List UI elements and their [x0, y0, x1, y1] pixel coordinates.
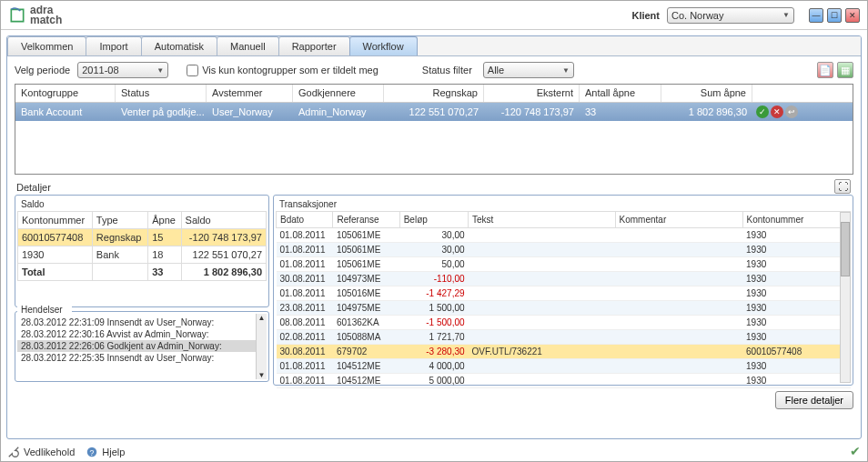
export-pdf-button[interactable]: 📄 — [817, 62, 833, 78]
hendelser-item[interactable]: 28.03.2012 22:26:06 Godkjent av Admin_No… — [17, 340, 256, 352]
trans-col-belop[interactable]: Beløp — [399, 212, 468, 228]
grid-row-selected[interactable]: Bank Account Venter på godkje... User_No… — [15, 103, 853, 121]
status-filter-select[interactable]: Alle ▼ — [483, 62, 574, 78]
trans-cell: 01.08.2011 — [277, 359, 333, 374]
trans-row[interactable]: 01.08.2011104512ME5 000,001930 — [277, 374, 851, 388]
approve-icon[interactable]: ✓ — [756, 105, 769, 118]
saldo-cell: 60010577408 — [18, 229, 93, 246]
back-icon[interactable]: ↩ — [785, 105, 798, 118]
trans-row[interactable]: 30.08.2011679702-3 280,30OVF.UTL/7362216… — [277, 345, 851, 359]
trans-cell — [615, 228, 742, 243]
trans-cell — [469, 228, 616, 243]
trans-row[interactable]: 01.08.2011105016ME-1 427,291930 — [277, 286, 851, 301]
saldo-col-apne[interactable]: Åpne — [148, 212, 181, 229]
maximize-button[interactable]: ☐ — [827, 8, 842, 23]
trans-cell — [615, 257, 742, 272]
trans-col-kommentar[interactable]: Kommentar — [615, 212, 742, 228]
col-sum-apne[interactable]: Sum åpne — [661, 85, 752, 102]
kontogruppe-grid: Kontogruppe Status Avstemmer Godkjennere… — [15, 84, 853, 175]
saldo-cell — [92, 264, 147, 281]
export-excel-button[interactable]: ▦ — [837, 62, 853, 78]
trans-cell: -1 500,00 — [399, 316, 468, 330]
hjelp-link[interactable]: ? Hjelp — [86, 446, 125, 458]
close-button[interactable]: ✕ — [845, 8, 860, 23]
hendelser-list[interactable]: 28.03.2012 22:31:09 Innsendt av User_Nor… — [17, 316, 256, 364]
trans-cell: 5 000,00 — [399, 374, 468, 388]
cell-avstemmer: User_Norway — [207, 105, 293, 119]
vis-kun-label: Vis kun kontogrupper som er tildelt meg — [202, 65, 378, 75]
trans-col-bdato[interactable]: Bdato — [277, 212, 333, 228]
vis-kun-checkbox[interactable] — [187, 65, 198, 76]
hendelser-item[interactable]: 28.03.2012 22:30:16 Avvist av Admin_Norw… — [17, 328, 256, 340]
tab-rapporter[interactable]: Rapporter — [278, 36, 350, 55]
trans-scrollbar[interactable] — [840, 212, 851, 383]
trans-cell: 30.08.2011 — [277, 345, 333, 359]
trans-row[interactable]: 08.08.2011601362KA-1 500,001930 — [277, 316, 851, 330]
trans-cell: 105088MA — [333, 330, 399, 345]
trans-col-ref[interactable]: Referanse — [333, 212, 399, 228]
period-select[interactable]: 2011-08 ▼ — [77, 62, 168, 78]
trans-cell — [615, 345, 742, 359]
trans-row[interactable]: 01.08.2011105061ME50,001930 — [277, 257, 851, 272]
trans-row[interactable]: 01.08.2011104512ME4 000,001930 — [277, 359, 851, 374]
trans-cell — [615, 374, 742, 388]
trans-row[interactable]: 01.08.2011105061ME30,001930 — [277, 228, 851, 243]
col-godkjenner[interactable]: Godkjennere — [293, 85, 384, 102]
status-check-icon: ✔ — [850, 444, 861, 458]
saldo-cell: 122 551 070,27 — [181, 246, 266, 264]
saldo-label: Saldo — [17, 197, 267, 211]
col-antall-apne[interactable]: Antall åpne — [580, 85, 661, 102]
col-status[interactable]: Status — [116, 85, 207, 102]
col-regnskap[interactable]: Regnskap — [384, 85, 484, 102]
tab-automatisk[interactable]: Automatisk — [141, 36, 217, 55]
trans-col-tekst[interactable]: Tekst — [469, 212, 616, 228]
trans-row[interactable]: 02.08.2011105088MA1 721,701930 — [277, 330, 851, 345]
trans-cell: 50,00 — [399, 257, 468, 272]
tab-manuell[interactable]: Manuell — [217, 36, 279, 55]
klient-select[interactable]: Co. Norway ▼ — [667, 7, 794, 24]
minimize-button[interactable]: — — [809, 8, 823, 23]
trans-cell: OVF.UTL/736221 — [469, 345, 616, 359]
svg-text:?: ? — [90, 448, 95, 457]
vedlikehold-link[interactable]: Vedlikehold — [7, 446, 75, 458]
period-value: 2011-08 — [82, 65, 118, 75]
trans-cell: 30,00 — [399, 243, 468, 257]
logo-icon — [8, 6, 26, 25]
tab-import[interactable]: Import — [86, 36, 141, 55]
hendelser-item[interactable]: 28.03.2012 22:25:35 Innsendt av User_Nor… — [17, 352, 256, 364]
col-avstemmer[interactable]: Avstemmer — [207, 85, 293, 102]
saldo-col-type[interactable]: Type — [92, 212, 147, 229]
wrench-icon — [7, 446, 20, 458]
trans-col-konto[interactable]: Kontonummer — [742, 212, 850, 228]
main-tabs: Velkommen Import Automatisk Manuell Rapp… — [7, 36, 861, 56]
trans-row[interactable]: 01.08.2011105061ME30,001930 — [277, 243, 851, 257]
saldo-col-konto[interactable]: Kontonummer — [18, 212, 93, 229]
detaljer-label: Detaljer — [16, 182, 861, 193]
saldo-cell: 15 — [148, 229, 181, 246]
expand-button[interactable]: ⛶ — [834, 179, 851, 194]
trans-row[interactable]: 23.08.2011104975ME1 500,001930 — [277, 301, 851, 316]
chevron-down-icon: ▼ — [156, 66, 164, 75]
saldo-row[interactable]: 60010577408 Regnskap 15 -120 748 173,97 — [18, 229, 267, 246]
col-eksternt[interactable]: Eksternt — [484, 85, 580, 102]
saldo-row[interactable]: 1930 Bank 18 122 551 070,27 — [18, 246, 267, 264]
trans-cell: 1930 — [742, 228, 850, 243]
trans-cell: -110,00 — [399, 272, 468, 286]
reject-icon[interactable]: ✕ — [771, 105, 783, 118]
saldo-cell: Total — [18, 264, 93, 281]
chevron-down-icon: ▼ — [782, 11, 790, 19]
trans-cell: 105061ME — [333, 243, 399, 257]
col-kontogruppe[interactable]: Kontogruppe — [15, 85, 116, 102]
trans-cell — [469, 272, 616, 286]
trans-cell: 105061ME — [333, 257, 399, 272]
hendelser-scrollbar[interactable]: ▲▼ — [256, 314, 267, 379]
klient-label: Klient — [631, 10, 660, 21]
flere-detaljer-button[interactable]: Flere detaljer — [775, 391, 853, 409]
tab-workflow[interactable]: Workflow — [349, 36, 418, 55]
tab-velkommen[interactable]: Velkommen — [7, 36, 86, 55]
trans-cell: 1930 — [742, 374, 850, 388]
trans-row[interactable]: 30.08.2011104973ME-110,001930 — [277, 272, 851, 286]
saldo-cell: 18 — [148, 246, 181, 264]
hendelser-item[interactable]: 28.03.2012 22:31:09 Innsendt av User_Nor… — [17, 316, 256, 328]
saldo-col-saldo[interactable]: Saldo — [181, 212, 266, 229]
